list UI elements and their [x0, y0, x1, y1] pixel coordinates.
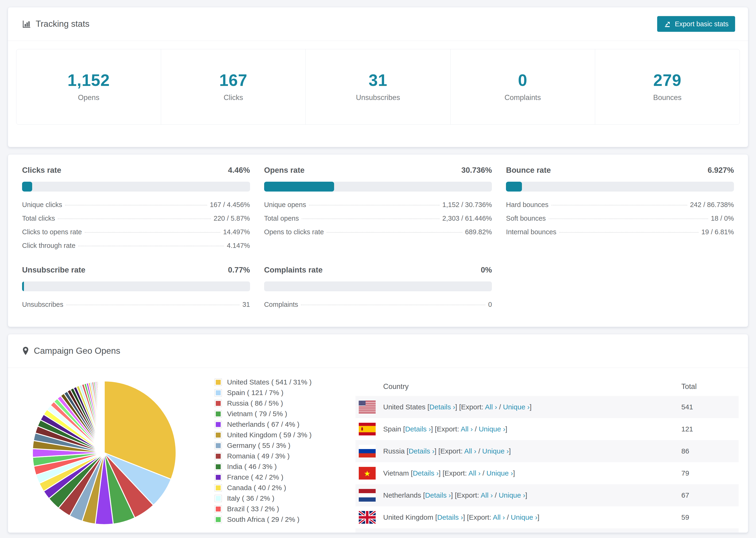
stat-row-label: Click through rate [22, 242, 75, 249]
legend-item: India ( 46 / 3% ) [215, 463, 343, 471]
export-unique-link[interactable]: Unique › [486, 469, 513, 477]
progress-bar [264, 282, 492, 291]
export-all-link[interactable]: All › [485, 403, 497, 411]
stat-value: 1,152 [17, 71, 161, 90]
stat-value: 0 [451, 71, 595, 90]
stat-row-value: 19 / 6.81% [701, 228, 734, 236]
dotted-leader [78, 246, 224, 246]
details-link[interactable]: Details › [429, 403, 455, 411]
stat-label: Complaints [451, 93, 595, 102]
stat-value: 279 [595, 71, 739, 90]
rate-value: 0% [481, 265, 492, 274]
stat-row-value: 18 / 0% [711, 215, 734, 222]
stat-row-value: 242 / 86.738% [690, 201, 734, 209]
details-link[interactable]: Details › [413, 469, 439, 477]
export-unique-link[interactable]: Unique › [499, 491, 525, 499]
legend-item: France ( 42 / 2% ) [215, 473, 343, 481]
flag-es-icon [359, 423, 376, 435]
export-all-link[interactable]: All › [493, 513, 505, 521]
bar-chart-icon [22, 20, 31, 28]
stat-row-internal-bounces: Internal bounces 19 / 6.81% [506, 228, 734, 236]
stat-box-clicks: 167 Clicks [161, 49, 305, 125]
legend-item: Romania ( 49 / 3% ) [215, 452, 343, 460]
total-column-header: Total [681, 382, 735, 391]
export-unique-link[interactable]: Unique › [482, 447, 509, 455]
progress-bar [22, 182, 250, 191]
country-name: United Kingdom [383, 513, 433, 521]
legend-swatch-icon [215, 495, 222, 502]
stat-row-value: 220 / 5.87% [214, 215, 250, 222]
export-button-label: Export basic stats [675, 20, 729, 28]
export-basic-stats-button[interactable]: Export basic stats [657, 16, 735, 32]
stats-group: 1,152 Opens 167 Clicks 31 Unsubscribes 0… [16, 49, 740, 125]
legend-label: South Africa ( 29 / 2% ) [227, 515, 299, 523]
rates-card: Clicks rate 4.46% Unique clicks 167 / 4.… [8, 154, 748, 327]
geo-opens-header: Campaign Geo Opens [8, 334, 748, 368]
table-row-nl: Netherlands [Details ›] [Export: All › /… [355, 484, 739, 506]
total-cell: 79 [681, 469, 735, 477]
stat-box-unsubscribes: 31 Unsubscribes [305, 49, 450, 125]
details-link[interactable]: Details › [408, 447, 434, 455]
map-pin-icon [22, 347, 29, 355]
legend-label: Romania ( 49 / 3% ) [227, 452, 290, 460]
legend-item: Germany ( 55 / 3% ) [215, 442, 343, 450]
total-cell: 67 [681, 491, 735, 499]
geo-opens-body: United States ( 541 / 31% ) Spain ( 121 … [8, 368, 748, 533]
legend-item: United States ( 541 / 31% ) [215, 378, 343, 386]
details-link[interactable]: Details › [405, 425, 431, 433]
legend-swatch-icon [215, 379, 222, 386]
table-body: United States [Details ›] [Export: All ›… [355, 396, 739, 533]
country-name: Spain [383, 425, 401, 433]
legend-item: Brazil ( 33 / 2% ) [215, 505, 343, 513]
export-all-link[interactable]: All › [481, 491, 493, 499]
legend-swatch-icon [215, 442, 222, 449]
export-all-link[interactable]: All › [464, 447, 476, 455]
flag-us-icon [359, 401, 376, 413]
legend-item: Russia ( 86 / 5% ) [215, 399, 343, 407]
stat-row-label: Unique opens [264, 201, 306, 209]
rate-value: 0.77% [228, 265, 250, 274]
dotted-leader [58, 219, 211, 219]
stat-label: Opens [17, 93, 161, 102]
details-link[interactable]: Details › [425, 491, 451, 499]
tracking-stats-header: Tracking stats Export basic stats [8, 7, 748, 41]
dotted-leader [65, 205, 207, 205]
export-all-link[interactable]: All › [460, 425, 473, 433]
geo-opens-table: Country Total United States [Details ›] … [355, 377, 739, 533]
legend-item: Vietnam ( 79 / 5% ) [215, 410, 343, 418]
stat-row-value: 2,303 / 61.446% [442, 215, 492, 222]
rate-value: 4.46% [228, 166, 250, 175]
legend-label: Vietnam ( 79 / 5% ) [227, 410, 287, 418]
dotted-leader [549, 219, 708, 219]
dotted-leader [559, 232, 699, 233]
stat-row-unique-clicks: Unique clicks 167 / 4.456% [22, 201, 250, 209]
stat-row-unsubscribes: Unsubscribes 31 [22, 301, 250, 308]
progress-bar-fill [22, 182, 32, 191]
total-cell: 86 [681, 447, 735, 455]
stat-box-complaints: 0 Complaints [450, 49, 595, 125]
stat-value: 167 [161, 71, 305, 90]
geo-opens-card: Campaign Geo Opens United States ( 541 /… [8, 334, 748, 533]
stat-row-label: Hard bounces [506, 201, 549, 209]
export-unique-link[interactable]: Unique › [479, 425, 505, 433]
legend-label: Italy ( 36 / 2% ) [227, 494, 274, 502]
rate-title: Complaints rate [264, 265, 323, 274]
progress-bar-fill [264, 182, 334, 191]
export-all-link[interactable]: All › [468, 469, 481, 477]
export-icon [664, 20, 671, 28]
rate-block-opens-rate: Opens rate 30.736% Unique opens 1,152 / … [264, 166, 492, 249]
pie-legend: United States ( 541 / 31% ) Spain ( 121 … [215, 377, 343, 533]
export-unique-link[interactable]: Unique › [511, 513, 537, 521]
export-unique-link[interactable]: Unique › [503, 403, 529, 411]
stat-row-value: 14.497% [223, 228, 250, 236]
stat-row-label: Complaints [264, 301, 298, 308]
legend-swatch-icon [215, 474, 222, 481]
rate-title: Clicks rate [22, 166, 61, 175]
pie-slice-other-40 [104, 381, 104, 453]
legend-swatch-icon [215, 516, 222, 523]
details-link[interactable]: Details › [437, 513, 463, 521]
legend-label: United Kingdom ( 59 / 3% ) [227, 431, 311, 439]
dotted-leader [302, 219, 440, 219]
legend-swatch-icon [215, 453, 222, 460]
dotted-leader [85, 232, 220, 233]
